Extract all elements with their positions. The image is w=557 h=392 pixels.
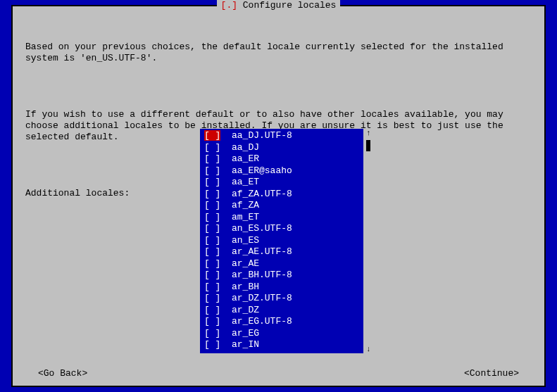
checkbox-icon[interactable]: [ ] — [204, 223, 220, 234]
locale-option[interactable]: [ ] aa_ER@saaho — [204, 165, 359, 177]
locale-option[interactable]: [ ] ar_AE — [204, 258, 359, 270]
checkbox-icon[interactable]: [ ] — [204, 328, 220, 339]
locale-label: ar_BH — [232, 282, 259, 292]
title-text: Configure locales — [243, 0, 337, 11]
locale-option[interactable]: [ ] ar_IN — [204, 339, 359, 351]
locale-option[interactable]: [ ] ar_DZ — [204, 305, 359, 317]
scroll-up-icon[interactable]: ↑ — [366, 129, 371, 137]
locale-option[interactable]: [ ] an_ES.UTF-8 — [204, 223, 359, 235]
dialog-footer: <Go Back> <Continue> — [13, 368, 544, 379]
locale-option[interactable]: [ ] af_ZA — [204, 200, 359, 212]
locale-option[interactable]: [ ] aa_DJ — [204, 142, 359, 154]
go-back-button[interactable]: <Go Back> — [38, 368, 87, 379]
checkbox-icon[interactable]: [ ] — [204, 235, 220, 246]
locale-label: am_ET — [232, 212, 259, 222]
locale-option[interactable]: [ ] ar_BH.UTF-8 — [204, 270, 359, 282]
checkbox-icon[interactable]: [ ] — [204, 165, 220, 176]
locale-label: aa_ET — [232, 177, 259, 187]
checkbox-icon[interactable]: [ ] — [204, 153, 220, 164]
body-para1: Based on your previous choices, the defa… — [25, 42, 532, 64]
checkbox-icon[interactable]: [ ] — [204, 339, 220, 350]
locale-option[interactable]: [ ] am_ET — [204, 212, 359, 224]
locale-label: ar_IN — [232, 339, 259, 350]
scroll-thumb[interactable] — [366, 140, 370, 151]
locale-option[interactable]: [ ] af_ZA.UTF-8 — [204, 189, 359, 201]
checkbox-icon[interactable]: [ ] — [204, 316, 220, 327]
locale-option[interactable]: [ ] ar_EG.UTF-8 — [204, 316, 359, 328]
locale-list-container: [ ] aa_DJ.UTF-8[ ] aa_DJ[ ] aa_ER[ ] aa_… — [200, 129, 375, 353]
locale-label: ar_DZ.UTF-8 — [232, 293, 292, 303]
locale-listbox[interactable]: [ ] aa_DJ.UTF-8[ ] aa_DJ[ ] aa_ER[ ] aa_… — [200, 129, 363, 353]
title-bar: [.] Configure locales — [13, 0, 544, 11]
locale-option[interactable]: [ ] aa_DJ.UTF-8 — [204, 130, 359, 142]
title-prefix: [.] — [221, 0, 237, 11]
locale-label: ar_AE — [232, 258, 259, 269]
locale-label: ar_AE.UTF-8 — [232, 246, 292, 257]
locale-option[interactable]: [ ] ar_DZ.UTF-8 — [204, 293, 359, 305]
checkbox-icon[interactable]: [ ] — [204, 130, 220, 141]
locale-label: aa_DJ.UTF-8 — [232, 130, 292, 141]
checkbox-icon[interactable]: [ ] — [204, 293, 220, 303]
locale-label: ar_DZ — [232, 305, 259, 315]
locale-label: ar_EG — [232, 328, 259, 339]
locale-label: an_ES — [232, 235, 259, 246]
locale-label: aa_ER — [232, 153, 259, 164]
locale-label: ar_EG.UTF-8 — [232, 316, 292, 327]
locale-option[interactable]: [ ] aa_ET — [204, 177, 359, 189]
checkbox-icon[interactable]: [ ] — [204, 305, 220, 315]
locale-label: af_ZA — [232, 200, 259, 210]
locale-label: aa_ER@saaho — [232, 165, 292, 176]
checkbox-icon[interactable]: [ ] — [204, 142, 220, 153]
dialog-window: [.] Configure locales Based on your prev… — [11, 5, 546, 387]
locale-label: af_ZA.UTF-8 — [232, 189, 292, 199]
scroll-down-icon[interactable]: ↓ — [366, 345, 371, 353]
continue-button[interactable]: <Continue> — [464, 368, 519, 379]
locale-option[interactable]: [ ] ar_EG — [204, 328, 359, 340]
checkbox-icon[interactable]: [ ] — [204, 246, 220, 257]
checkbox-icon[interactable]: [ ] — [204, 212, 220, 222]
checkbox-icon[interactable]: [ ] — [204, 200, 220, 210]
checkbox-icon[interactable]: [ ] — [204, 282, 220, 292]
locale-label: an_ES.UTF-8 — [232, 223, 292, 234]
locale-label: aa_DJ — [232, 142, 259, 153]
locale-option[interactable]: [ ] ar_AE.UTF-8 — [204, 246, 359, 258]
locale-option[interactable]: [ ] ar_BH — [204, 282, 359, 293]
scrollbar[interactable]: ↑ ↓ — [363, 129, 375, 353]
locale-label: ar_BH.UTF-8 — [232, 270, 292, 280]
checkbox-icon[interactable]: [ ] — [204, 258, 220, 269]
locale-option[interactable]: [ ] an_ES — [204, 235, 359, 247]
checkbox-icon[interactable]: [ ] — [204, 177, 220, 187]
locale-option[interactable]: [ ] aa_ER — [204, 153, 359, 165]
checkbox-icon[interactable]: [ ] — [204, 270, 220, 280]
checkbox-icon[interactable]: [ ] — [204, 189, 220, 199]
